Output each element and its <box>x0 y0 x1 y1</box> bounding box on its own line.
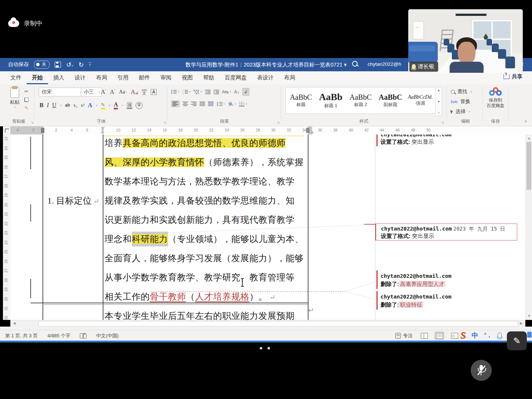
tab-表设计[interactable]: 表设计 <box>252 71 279 84</box>
tab-帮助[interactable]: 帮助 <box>198 71 219 84</box>
line-spacing-button[interactable]: ˅ <box>216 102 225 106</box>
superscript-button[interactable]: x² <box>81 102 85 108</box>
autosave-toggle[interactable]: 关 <box>34 61 50 69</box>
tab-邮件[interactable]: 邮件 <box>134 71 155 84</box>
webcam-video[interactable]: 谭长银 <box>408 9 523 73</box>
tab-视图[interactable]: 视图 <box>177 71 198 84</box>
change-case-button[interactable]: Aa˅ <box>119 89 127 95</box>
focus-mode-button[interactable]: 专注 <box>395 332 413 339</box>
show-marks-button[interactable]: ↲ <box>242 88 249 96</box>
account-name[interactable]: chytan2022@h <box>368 61 401 67</box>
grow-font-button[interactable]: Aˆ <box>101 89 106 95</box>
first-line-indent-marker[interactable] <box>101 127 105 130</box>
doc-line[interactable]: 识更新能力和实践创新能力，具有现代教育教学 <box>105 214 295 226</box>
tab-开始[interactable]: 开始 <box>27 71 48 84</box>
numbered-list-button[interactable]: 12˅ <box>183 89 191 94</box>
borders-button[interactable]: ˅ <box>239 102 247 106</box>
scroll-right-arrow[interactable]: ▶ <box>518 320 525 327</box>
search-icon[interactable] <box>352 61 358 67</box>
bullet-list-button[interactable]: ˅ <box>171 89 180 94</box>
align-center-button[interactable] <box>183 102 188 106</box>
scroll-left-arrow[interactable]: ◀ <box>11 320 18 327</box>
horizontal-ruler[interactable]: 4224681012141618202224262830323436384042… <box>10 126 532 134</box>
style-标题 2[interactable]: AaBbC标题 2 <box>346 88 376 113</box>
revision-entry-top[interactable]: chytan2022@hotmail.com 设置了格式: 突出显示 <box>381 134 451 145</box>
doc-line[interactable]: 规律及教学实践，具备较强的数学思维能力、知 <box>105 194 295 207</box>
print-layout-button[interactable] <box>436 333 443 339</box>
font-color-button[interactable]: A <box>114 102 118 109</box>
share-button[interactable]: 共享 <box>504 73 522 80</box>
format-painter-button[interactable]: ✎ <box>24 105 28 111</box>
scroll-up-arrow[interactable]: ▲ <box>526 135 532 141</box>
table-cell-row-label[interactable]: 1. 目标定位 ↵ <box>47 195 99 207</box>
cut-button[interactable]: ✂ <box>24 89 28 94</box>
qat-customize-button[interactable]: ˅ <box>89 62 91 67</box>
style-标题[interactable]: AaBbC标题 <box>286 88 316 113</box>
pinyin-guide-button[interactable]: wén文 <box>141 89 147 95</box>
tab-插入[interactable]: 插入 <box>48 71 69 84</box>
align-right-button[interactable] <box>191 102 197 106</box>
justify-button[interactable] <box>200 102 205 106</box>
styles-gallery-scroll[interactable]: ▲▼▿ <box>436 87 442 116</box>
horizontal-scrollbar[interactable]: ◀ ▶ <box>10 320 525 327</box>
doc-line[interactable]: 相关工作的骨干教师（人才培养规格）。 ↵ <box>105 290 276 303</box>
tab-审阅[interactable]: 审阅 <box>155 71 177 84</box>
web-layout-button[interactable] <box>451 333 458 339</box>
character-border-button[interactable]: A <box>151 89 157 95</box>
vertical-scrollbar[interactable]: ▲ ▼ <box>525 134 532 320</box>
mic-muted-button[interactable] <box>471 360 492 381</box>
style-强调[interactable]: AaBbCcDd.强调 <box>405 88 435 113</box>
document-page[interactable]: 1. 目标定位 ↵ 培养具备高尚的政治思想觉悟、优良的师德师风、深厚的小学教育情… <box>10 134 375 320</box>
vertical-scroll-thumb[interactable] <box>526 142 531 190</box>
word-count[interactable]: 4/885 个字 <box>47 332 70 339</box>
doc-line[interactable]: 全面育人，能够终身学习发展（发展能力），能够 <box>105 252 304 265</box>
tab-百度网盘[interactable]: 百度网盘 <box>219 71 252 84</box>
scroll-down-arrow[interactable]: ▼ <box>526 313 532 319</box>
hanging-indent-marker[interactable] <box>101 131 105 133</box>
ime-punctuation-mode[interactable]: °， <box>484 332 492 339</box>
ime-language-mode[interactable]: 中 <box>471 331 478 340</box>
style-副标题[interactable]: AaBbC副标题 <box>375 88 405 113</box>
sogou-logo-icon[interactable]: S <box>460 330 466 341</box>
replace-button[interactable]: b⇄c替换 <box>451 98 470 105</box>
proofing-icon[interactable] <box>80 333 86 338</box>
ime-menu-icon[interactable] <box>527 332 532 338</box>
copy-button[interactable] <box>24 98 28 102</box>
strikethrough-button[interactable]: ab <box>65 102 70 108</box>
paste-button[interactable]: 粘贴 ˅ <box>7 87 23 109</box>
annotation-tool-overlay[interactable]: ✎ <box>507 331 527 350</box>
text-effects-button[interactable]: A <box>88 102 92 109</box>
revision-entry-delete1[interactable]: chytan2022@hotmail.com 删除了:高素养应用型人才 <box>381 272 451 288</box>
doc-line[interactable]: 数学基本理论与方法，熟悉数学教学理论、教学 <box>105 175 295 188</box>
horizontal-scroll-thumb[interactable] <box>38 321 518 327</box>
doc-line[interactable]: 培养具备高尚的政治思想觉悟、优良的师德师 <box>105 137 286 149</box>
character-scale-button[interactable]: A⇆˅ <box>222 89 231 95</box>
enclose-character-button[interactable]: 字 <box>136 102 143 109</box>
ime-mic-icon[interactable] <box>498 332 502 338</box>
select-button[interactable]: 选择˅ <box>451 108 470 115</box>
shrink-font-button[interactable]: Aˇ <box>110 89 116 95</box>
character-shading-button[interactable]: A <box>127 102 132 109</box>
tab-引用[interactable]: 引用 <box>112 71 134 84</box>
table-column-marker-2[interactable] <box>306 128 310 133</box>
decrease-indent-button[interactable] <box>205 90 211 94</box>
tab-布局[interactable]: 布局 <box>91 71 112 84</box>
revision-entry-boxed[interactable]: chytan2022@hotmail.com 2023 年 九月 15 日 设置… <box>375 224 517 241</box>
font-name-select[interactable]: 仿宋˅ <box>39 88 83 96</box>
collapse-ribbon-button[interactable]: ˄ <box>525 119 527 123</box>
revision-entry-delete2[interactable]: chytan2022@hotmail.com 删除了:职业特征 <box>381 293 451 309</box>
doc-line[interactable]: 理念和科研能力（专业领域），能够以儿童为本、 <box>105 233 304 245</box>
doc-line[interactable]: 风、深厚的小学教育情怀（师德素养），系统掌握 <box>105 156 304 168</box>
shading-button[interactable]: ˅ <box>228 102 236 106</box>
font-size-select[interactable]: 小三˅ <box>81 88 102 96</box>
page-indicator[interactable]: 第 1 页, 共 3 页 <box>5 332 38 339</box>
read-mode-button[interactable] <box>421 333 428 339</box>
bold-button[interactable]: B <box>40 102 44 109</box>
multilevel-list-button[interactable]: ˅ <box>194 89 202 94</box>
clear-formatting-button[interactable]: A◢ <box>131 89 138 95</box>
save-icon[interactable] <box>55 62 61 68</box>
tab-selector-box[interactable] <box>3 126 11 134</box>
sort-button[interactable]: A↓ <box>234 89 239 95</box>
align-left-button[interactable] <box>171 100 180 107</box>
highlight-color-button[interactable]: ✎ <box>101 102 105 109</box>
